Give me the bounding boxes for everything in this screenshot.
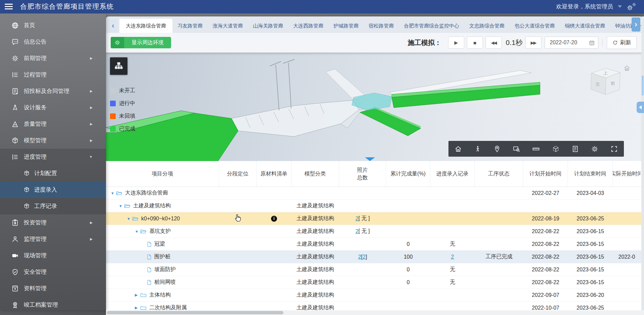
- table-row[interactable]: ▼大连东路综合管廊 2022-02-27 2023-04-03: [106, 187, 641, 200]
- sidebar-item-safety[interactable]: 安全管理: [0, 264, 106, 280]
- progress-record-link[interactable]: 2: [451, 254, 454, 260]
- tab-xiyou-road[interactable]: 习友路管廊: [172, 19, 208, 33]
- sidebar-item-site[interactable]: 现场管理: [0, 247, 106, 264]
- table-row[interactable]: 桩间网喷 土建及建筑结构 0 无 2022-08-22 2023-06-15: [106, 276, 641, 289]
- sim-play-button[interactable]: ▶: [448, 37, 464, 49]
- tree-expand-arrow[interactable]: ▶: [135, 293, 140, 297]
- sidebar-item-documents[interactable]: 资料管理: [0, 280, 106, 297]
- sidebar-item-archives[interactable]: 竣工档案管理: [0, 297, 106, 313]
- sidebar-subitem-process-record[interactable]: 工序记录: [0, 198, 106, 214]
- fullscreen-icon[interactable]: [610, 145, 618, 153]
- table-body: ▼大连东路综合管廊 2022-02-27 2023-04-03 ▼土建及建筑结构…: [106, 187, 641, 310]
- sidebar-item-bidding[interactable]: 招投标及合同管理▶: [0, 83, 106, 99]
- tab-dalian-west[interactable]: 大连西路管廊: [288, 19, 328, 33]
- scrollbar-thumb[interactable]: [642, 75, 644, 96]
- sidebar-item-investment[interactable]: 投资管理▶: [0, 214, 106, 231]
- sidebar-item-design[interactable]: 设计服务▶: [0, 99, 106, 116]
- home-view-icon[interactable]: [624, 65, 630, 71]
- sim-stop-button[interactable]: ■: [467, 37, 483, 49]
- tree-collapse-arrow[interactable]: ▼: [111, 191, 116, 195]
- completion-cell: 0: [386, 276, 430, 288]
- photo-count-link[interactable]: 2: [356, 216, 359, 222]
- tab-hucheng-road[interactable]: 护城路管廊: [328, 19, 364, 33]
- tabs-scroll-left-button[interactable]: ‹: [109, 19, 117, 33]
- table-row[interactable]: 冠梁 土建及建筑结构 0 无 2022-08-22 2023-06-15: [106, 238, 641, 251]
- view-cube[interactable]: 上 左 前: [585, 64, 626, 101]
- tab-huaihai-avenue[interactable]: 淮海大道管廊: [208, 19, 248, 33]
- sidebar-item-progress[interactable]: 进度管理▼: [0, 149, 106, 165]
- photo-count-link[interactable]: 2: [358, 254, 361, 260]
- location-pin-icon[interactable]: [493, 145, 501, 153]
- sidebar-item-supervision[interactable]: 监理管理▶: [0, 231, 106, 247]
- photo-count-cell: 2 [ 2 ]: [339, 251, 386, 263]
- table-row[interactable]: ▼基坑支护 土建及建筑结构 2 [ 无 ] 2022-08-22 2023-06…: [106, 225, 641, 238]
- tab-jinxiu-avenue[interactable]: 锦绣大道综合管廊: [560, 19, 610, 33]
- sim-forward-button[interactable]: ▶▶: [525, 37, 541, 49]
- table-row-selected[interactable]: 围护桩 土建及建筑结构 2 [ 2 ] 100 2 工序已完成 2022-08-…: [106, 251, 641, 263]
- bim-3d-viewport[interactable]: 未开工 进行中 未回填 已完成 上 左 前: [106, 53, 641, 161]
- sim-rewind-button[interactable]: ◀◀: [486, 37, 502, 49]
- legend-item: 已完成: [110, 125, 135, 133]
- plan-start-cell: 2022-08-22: [523, 251, 568, 263]
- tab-monitoring-center[interactable]: 合肥市管廊综合监控中心: [399, 19, 464, 33]
- col-process-status: 工序状态: [475, 161, 523, 187]
- tree-collapse-arrow[interactable]: ▼: [119, 204, 124, 208]
- actual-start-cell: 2022-0: [613, 251, 641, 263]
- measure-icon[interactable]: [532, 145, 540, 153]
- vertical-scrollbar[interactable]: [641, 16, 644, 310]
- tree-expand-arrow[interactable]: ▶: [135, 306, 140, 310]
- table-row[interactable]: ▶二次结构及附属 土建及建筑结构 2022-10-07 2023-06-25: [106, 302, 641, 310]
- user-greeting[interactable]: 欢迎登录，系统管理员: [556, 3, 613, 10]
- scrollbar-thumb[interactable]: [107, 311, 283, 314]
- tab-susong-road[interactable]: 宿松路管廊: [364, 19, 399, 33]
- sidebar-item-process[interactable]: 过程管理: [0, 66, 106, 83]
- tab-wenzhong-road[interactable]: 文忠路综合管廊: [464, 19, 509, 33]
- photo-bracket-link[interactable]: 2: [363, 254, 366, 260]
- section-box-icon[interactable]: [552, 145, 559, 153]
- zoom-area-icon[interactable]: [513, 145, 520, 153]
- report-icon[interactable]: [572, 145, 579, 153]
- sidebar-item-early-stage[interactable]: 前期管理▶: [0, 50, 106, 66]
- model-tree-button[interactable]: [110, 57, 127, 75]
- chevron-down-icon[interactable]: [618, 5, 622, 8]
- info-icon[interactable]: i: [271, 216, 277, 222]
- photo-count-link[interactable]: 2: [356, 228, 359, 234]
- show-environment-button[interactable]: 显示周边环境: [111, 37, 171, 48]
- sidebar-item-announcements[interactable]: 信息公告: [0, 34, 106, 50]
- refresh-button[interactable]: 刷新: [607, 36, 637, 49]
- panel-collapse-tab[interactable]: [637, 102, 644, 113]
- tab-dalian-east[interactable]: 大连东路综合管廊: [119, 19, 172, 33]
- sidebar-item-quality[interactable]: 质量管理▶: [0, 116, 106, 132]
- sidebar-subitem-progress-entry[interactable]: 进度录入: [0, 181, 106, 198]
- globe-icon: [11, 22, 19, 29]
- sidebar-item-home[interactable]: 首页: [0, 17, 106, 34]
- sidebar-subitem-plan-config[interactable]: 计划配置: [0, 165, 106, 181]
- tab-shanhaiguan-road[interactable]: 山海关路管廊: [248, 19, 288, 33]
- home-icon[interactable]: [454, 145, 462, 153]
- chevron-right-icon: ▶: [90, 237, 93, 241]
- cube-face-left: 左: [596, 82, 600, 87]
- viewport-collapse-arrow[interactable]: [365, 157, 375, 161]
- tree-collapse-arrow[interactable]: ▼: [127, 217, 132, 221]
- material-list-cell: i: [257, 212, 291, 225]
- tab-baogong-avenue[interactable]: 包公大道综合管廊: [509, 19, 560, 33]
- gear-icon[interactable]: [591, 145, 598, 153]
- plan-end-cell: 2023-06-15: [568, 238, 613, 250]
- table-row[interactable]: ▼土建及建筑结构 土建及建筑结构: [106, 200, 641, 212]
- table-row-hovered[interactable]: ▼k0+090~k0+120 i 土建及建筑结构 2 [ 无 ] 2022-08…: [106, 212, 641, 225]
- table-row[interactable]: 坡面防护 土建及建筑结构 0 无 2022-08-22 2023-06-15: [106, 263, 641, 276]
- settings-gears-icon[interactable]: [627, 2, 638, 11]
- sidebar-item-model[interactable]: 模型管理▶: [0, 132, 106, 149]
- legend-item: 进行中: [110, 100, 135, 107]
- segment-locate-cell[interactable]: [219, 212, 257, 225]
- tree-collapse-arrow[interactable]: ▼: [135, 229, 140, 233]
- table-row[interactable]: ▶主体结构 土建及建筑结构 2022-09-07 2023-06-20: [106, 289, 641, 302]
- tabs-scroll-right-button[interactable]: ›: [632, 17, 640, 32]
- walk-mode-icon[interactable]: [474, 145, 481, 153]
- sim-date-input[interactable]: 2022-07-20: [545, 37, 598, 49]
- hamburger-menu-icon[interactable]: [5, 4, 13, 9]
- horizontal-scrollbar[interactable]: [106, 310, 644, 315]
- photo-count-cell: 2 [ 无 ]: [339, 212, 386, 225]
- status-legend: 未开工 进行中 未回填 已完成: [110, 87, 135, 138]
- folder-open-icon: [116, 191, 122, 196]
